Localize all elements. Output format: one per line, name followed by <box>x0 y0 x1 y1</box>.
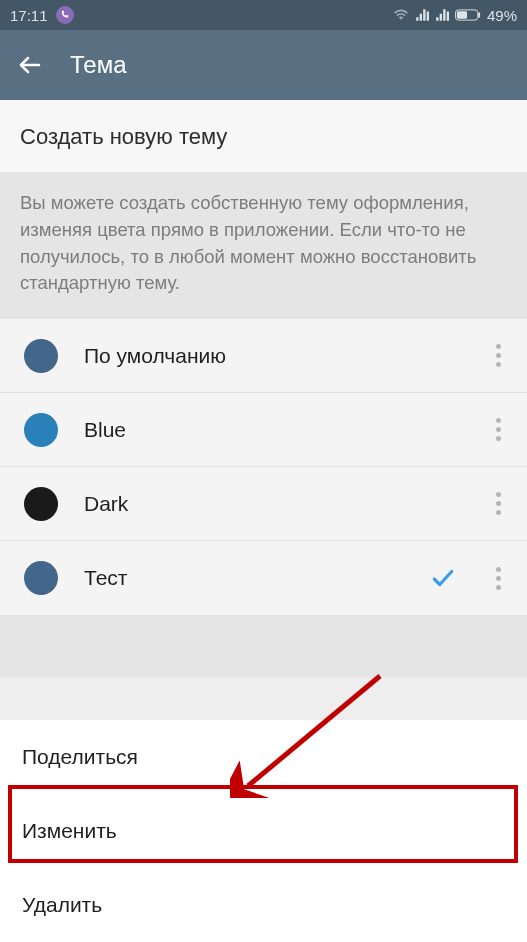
theme-color-swatch <box>24 339 58 373</box>
back-icon[interactable] <box>18 53 42 77</box>
section-header-text: Создать новую тему <box>20 124 227 149</box>
more-icon[interactable] <box>480 557 517 600</box>
check-icon <box>430 565 456 591</box>
battery-icon <box>455 9 481 21</box>
wifi-icon <box>393 8 409 22</box>
theme-item-default[interactable]: По умолчанию <box>0 319 527 393</box>
signal-icon-1 <box>415 8 429 22</box>
more-icon[interactable] <box>480 482 517 525</box>
status-time: 17:11 <box>10 7 48 24</box>
theme-item-dark[interactable]: Dark <box>0 467 527 541</box>
theme-label: По умолчанию <box>84 344 480 368</box>
menu-share-label: Поделиться <box>22 745 138 769</box>
theme-color-swatch <box>24 561 58 595</box>
theme-color-swatch <box>24 413 58 447</box>
svg-rect-2 <box>478 12 480 18</box>
theme-list: По умолчанию Blue Dark Тест <box>0 319 527 615</box>
theme-item-blue[interactable]: Blue <box>0 393 527 467</box>
theme-label: Blue <box>84 418 480 442</box>
menu-edit[interactable]: Изменить <box>0 794 527 868</box>
menu-share[interactable]: Поделиться <box>0 720 527 794</box>
menu-delete[interactable]: Удалить <box>0 868 527 942</box>
svg-rect-1 <box>457 11 467 18</box>
viber-icon <box>56 6 74 24</box>
menu-edit-label: Изменить <box>22 819 117 843</box>
menu-delete-label: Удалить <box>22 893 102 917</box>
more-icon[interactable] <box>480 408 517 451</box>
signal-icon-2 <box>435 8 449 22</box>
section-create-theme[interactable]: Создать новую тему <box>0 100 527 172</box>
theme-label: Dark <box>84 492 480 516</box>
status-bar: 17:11 49% <box>0 0 527 30</box>
theme-color-swatch <box>24 487 58 521</box>
content-gap <box>0 615 527 677</box>
theme-item-test[interactable]: Тест <box>0 541 527 615</box>
toolbar: Тема <box>0 30 527 100</box>
context-menu: Поделиться Изменить Удалить <box>0 720 527 942</box>
section-description: Вы можете создать собственную тему оформ… <box>0 172 527 319</box>
battery-percent: 49% <box>487 7 517 24</box>
more-icon[interactable] <box>480 334 517 377</box>
theme-label: Тест <box>84 566 430 590</box>
toolbar-title: Тема <box>70 51 127 79</box>
